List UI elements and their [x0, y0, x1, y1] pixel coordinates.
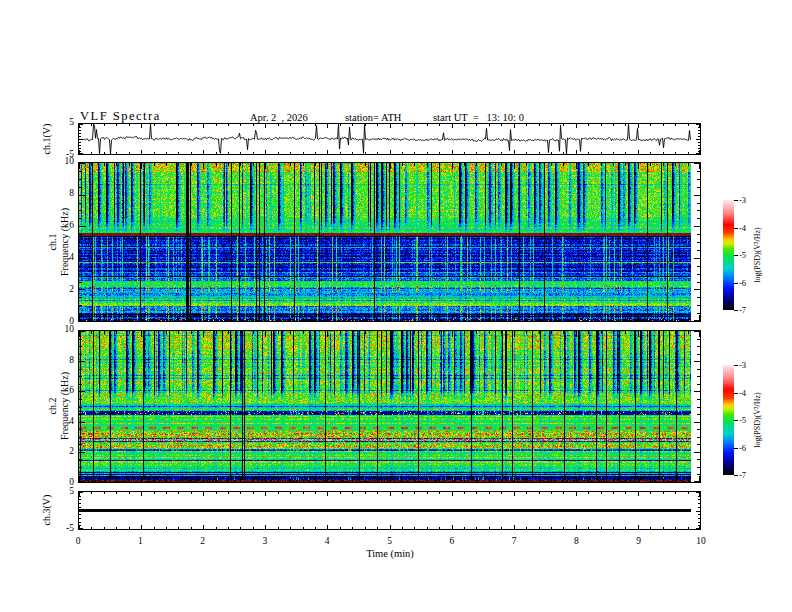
x-tick-label: 0 [63, 536, 93, 547]
x-tick-label: 7 [499, 536, 529, 547]
colorbar-tick-mark [734, 283, 738, 284]
x-tick-label: 2 [188, 536, 218, 547]
ch1-voltage-canvas [79, 124, 700, 154]
ch1-spec-ylabel-line1: ch.1 [47, 234, 58, 251]
x-tick-label: 10 [686, 536, 716, 547]
colorbar-tick-mark [734, 448, 738, 449]
ch1-volts-ytick-label: -5 [40, 149, 74, 160]
ch3-volts-ylabel: ch.3(V) [41, 495, 52, 526]
x-tick-label: 6 [437, 536, 467, 547]
colorbar-tick-label: -6 [739, 443, 759, 454]
colorbar-tick-label: -3 [739, 360, 759, 371]
x-tick-label: 4 [312, 536, 342, 547]
colorbar-1 [723, 200, 734, 310]
ch2-spectrogram-canvas [79, 331, 700, 482]
colorbar-tick-label: -7 [739, 305, 759, 316]
ch2_spec-ytick-label: 2 [40, 446, 74, 457]
ch3-volts-ytick-label: 5 [40, 486, 74, 497]
colorbar-tick-label: -6 [739, 278, 759, 289]
ch1-spectrogram-panel [78, 162, 701, 322]
ch1_spec-ytick-label: 4 [40, 252, 74, 263]
colorbar-2 [723, 365, 734, 475]
ch1-volts-ytick-label: 5 [40, 117, 74, 128]
x-tick-label: 1 [125, 536, 155, 547]
x-tick-label: 3 [250, 536, 280, 547]
ch2_spec-ytick-label: 4 [40, 416, 74, 427]
ch1_spec-ytick-label: 8 [40, 188, 74, 199]
colorbar-tick-mark [734, 255, 738, 256]
ch2-spec-ylabel-line1: ch.2 [47, 398, 58, 415]
colorbar-tick-mark [734, 228, 738, 229]
ch2-spec-ylabel-line2: Frequency (kHz) [59, 372, 70, 440]
ch3-volts-ytick-label: -5 [40, 523, 74, 534]
colorbar-tick-mark [734, 200, 738, 201]
colorbar-tick-label: -4 [739, 388, 759, 399]
colorbar-tick-label: -5 [739, 415, 759, 426]
ch2_spec-ytick-label: 8 [40, 355, 74, 366]
ch1-voltage-panel [78, 123, 701, 155]
colorbar-tick-mark [734, 393, 738, 394]
x-axis-title: Time (min) [320, 548, 460, 559]
colorbar-tick-label: -7 [739, 470, 759, 481]
colorbar-tick-label: -4 [739, 223, 759, 234]
ch2_spec-ytick-label: 6 [40, 385, 74, 396]
ch3-voltage-canvas [79, 492, 700, 529]
x-tick-label: 8 [561, 536, 591, 547]
ch1_spec-ytick-label: 6 [40, 220, 74, 231]
date-text: Apr. 2 , 2026 [250, 112, 308, 123]
vlf-spectra-figure: VLF Spectra Apr. 2 , 2026 station= ATH s… [0, 0, 792, 612]
ch1_spec-ytick-label: 2 [40, 284, 74, 295]
ch1-spectrogram-canvas [79, 163, 700, 321]
station-text: station= ATH [345, 112, 401, 123]
ch3-voltage-panel [78, 491, 701, 530]
colorbar-tick-label: -5 [739, 250, 759, 261]
x-tick-label: 5 [375, 536, 405, 547]
colorbar-tick-mark [734, 420, 738, 421]
colorbar-tick-mark [734, 310, 738, 311]
ch2_spec-ytick-label: 10 [40, 324, 74, 335]
start-ut-text: start UT = 13: 10: 0 [433, 112, 524, 123]
ch2-spectrogram-panel [78, 330, 701, 483]
figure-title: VLF Spectra [80, 109, 161, 124]
x-tick-label: 9 [624, 536, 654, 547]
colorbar-tick-mark [734, 365, 738, 366]
ch1-spec-ylabel-line2: Frequency (kHz) [59, 208, 70, 276]
colorbar-tick-mark [734, 475, 738, 476]
colorbar-tick-label: -3 [739, 195, 759, 206]
